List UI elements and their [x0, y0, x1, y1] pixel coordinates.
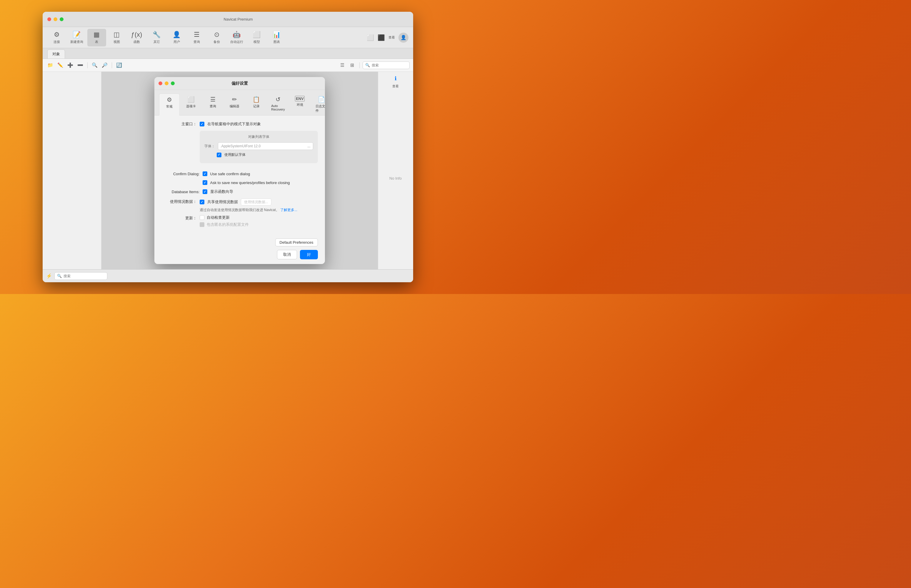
- learn-more-link[interactable]: 了解更多...: [280, 208, 297, 212]
- share-usage-checkbox[interactable]: [200, 200, 204, 204]
- view-label: 视图: [113, 40, 120, 44]
- main-window-checkbox[interactable]: [200, 122, 204, 126]
- usage-inline-row: 共享使用情况数据 使用情况数据...: [200, 199, 318, 205]
- zoom-in-icon[interactable]: 🔍: [90, 61, 99, 69]
- env-tab-icon: ENV: [295, 96, 305, 102]
- user-label: 用户: [173, 40, 180, 44]
- include-anon-checkbox[interactable]: [200, 222, 204, 227]
- model-icon: ⬜: [253, 31, 260, 39]
- toolbar-right: ⬜ ⬛ 查看 👤: [367, 32, 409, 43]
- backup-label: 备份: [213, 40, 220, 44]
- toolbar-other[interactable]: 🔧 其它: [147, 29, 166, 47]
- maximize-button[interactable]: [60, 17, 63, 21]
- confirm-dialog-label: Confirm Dialog:: [162, 172, 200, 176]
- use-default-font-checkbox[interactable]: [217, 153, 221, 157]
- ok-button[interactable]: 好: [300, 250, 318, 259]
- tab-env[interactable]: ENV 环境: [290, 94, 310, 115]
- toolbar-new-query[interactable]: 📝 新建查询: [67, 29, 86, 47]
- bottom-connect-icon[interactable]: ⚡: [46, 273, 52, 279]
- add-icon[interactable]: ➕: [66, 61, 74, 69]
- toolbar-table[interactable]: ▦ 表: [87, 29, 106, 47]
- update-label: 更新：: [162, 215, 197, 221]
- user-icon: 👤: [173, 31, 181, 39]
- default-preferences-button[interactable]: Default Preferences: [275, 238, 318, 246]
- avatar[interactable]: 👤: [399, 32, 409, 43]
- dialog-footer-top: Default Preferences: [162, 238, 318, 246]
- ask-to-save-checkbox[interactable]: [203, 180, 207, 185]
- update-section: 更新： 自动检查更新 包含匿名的系统配置文件: [162, 215, 318, 227]
- cancel-button[interactable]: 取消: [277, 250, 297, 259]
- grid-view-icon[interactable]: ⊞: [348, 61, 356, 69]
- editor-tab-icon: ✏: [232, 96, 237, 103]
- search-input[interactable]: [372, 63, 407, 67]
- tab-log-files[interactable]: 📄 日志文件: [312, 94, 325, 115]
- show-func-wizard-text: 显示函数向导: [210, 189, 233, 194]
- bottom-search-bar: 🔍: [54, 272, 107, 280]
- connect-icon: ⚙: [54, 31, 60, 39]
- title-bar: Navicat Premium: [43, 12, 413, 27]
- tab-log[interactable]: 📋 记录: [246, 94, 267, 115]
- tab-auto-recovery[interactable]: ↺ Auto Recovery: [268, 94, 289, 115]
- table-label: 表: [95, 40, 98, 44]
- view-mode-2-icon[interactable]: ⬛: [378, 34, 385, 41]
- use-default-font-text: 使用默认字体: [225, 152, 246, 157]
- zoom-out-icon[interactable]: 🔎: [100, 61, 109, 69]
- auto-check-row: 自动检查更新: [200, 215, 249, 220]
- general-tab-icon: ⚙: [167, 96, 172, 103]
- list-view-icon[interactable]: ☰: [338, 61, 346, 69]
- toolbar-chart[interactable]: 📊 图表: [267, 29, 286, 47]
- tab-objects[interactable]: 对象: [47, 49, 65, 58]
- font-browse-button[interactable]: ...: [307, 144, 310, 148]
- dialog-close-button[interactable]: [158, 81, 162, 85]
- other-icon: 🔧: [153, 31, 161, 39]
- toolbar-backup[interactable]: ⊙ 备份: [207, 29, 226, 47]
- include-anon-row: 包含匿名的系统配置文件: [200, 222, 249, 227]
- bottom-search-input[interactable]: [63, 274, 105, 278]
- edit-icon[interactable]: ✏️: [56, 61, 65, 69]
- close-button[interactable]: [47, 17, 51, 21]
- database-items-label: Database Items:: [162, 190, 200, 194]
- update-content: 自动检查更新 包含匿名的系统配置文件: [200, 215, 249, 227]
- no-info-text: No Info: [389, 91, 402, 266]
- font-section: 对象列表字体 字体： .AppleSystemUIFont 12.0 ...: [162, 131, 318, 167]
- open-folder-icon[interactable]: 📁: [46, 61, 54, 69]
- toolbar-connect[interactable]: ⚙ 连接: [47, 29, 66, 47]
- view-mode-1-icon[interactable]: ⬜: [367, 34, 374, 41]
- view-label: 查看: [388, 35, 395, 40]
- auto-run-icon: 🤖: [233, 31, 241, 39]
- dialog-body: 主窗口： 在导航窗格中的模式下显示对象 对象列表字体 字体：: [154, 116, 325, 236]
- backup-icon: ⊙: [214, 31, 220, 39]
- chart-label: 图表: [273, 40, 280, 44]
- auto-recovery-tab-icon: ↺: [276, 96, 281, 103]
- tab-general[interactable]: ⚙ 常规: [159, 94, 180, 116]
- tab-bar: 对象: [43, 48, 413, 59]
- info-icon[interactable]: ℹ: [395, 75, 397, 82]
- function-icon: ƒ(x): [131, 31, 142, 39]
- function-label: 函数: [134, 40, 140, 44]
- refresh-icon[interactable]: 🔄: [115, 61, 123, 69]
- tab-options[interactable]: ⬜ 选项卡: [181, 94, 202, 115]
- options-tab-label: 选项卡: [186, 104, 196, 108]
- toolbar-function[interactable]: ƒ(x) 函数: [127, 29, 146, 47]
- toolbar-query[interactable]: ☰ 查询: [187, 29, 206, 47]
- toolbar-view[interactable]: ◫ 视图: [107, 29, 126, 47]
- remove-icon[interactable]: ➖: [76, 61, 84, 69]
- tab-editor[interactable]: ✏ 编辑器: [225, 94, 245, 115]
- toolbar-auto-run[interactable]: 🤖 自动运行: [227, 29, 246, 47]
- dialog-title-bar: 偏好设置: [154, 77, 325, 90]
- toolbar-user[interactable]: 👤 用户: [167, 29, 186, 47]
- options-tab-icon: ⬜: [187, 96, 195, 103]
- usage-description: 通过自动发送使用情况数据帮助我们改进 Navicat。 了解更多...: [200, 207, 318, 213]
- auto-check-checkbox[interactable]: [200, 215, 204, 220]
- show-func-wizard-checkbox[interactable]: [203, 189, 207, 194]
- env-tab-label: 环境: [297, 103, 303, 107]
- use-safe-confirm-checkbox[interactable]: [203, 171, 207, 176]
- action-divider-3: [359, 62, 360, 68]
- traffic-lights: [47, 17, 63, 21]
- usage-stats-label: 使用情况数据：: [162, 199, 197, 204]
- dialog-maximize-button[interactable]: [171, 81, 174, 85]
- toolbar-model[interactable]: ⬜ 模型: [247, 29, 266, 47]
- dialog-minimize-button[interactable]: [165, 81, 168, 85]
- minimize-button[interactable]: [53, 17, 57, 21]
- tab-query[interactable]: ☰ 查询: [203, 94, 223, 115]
